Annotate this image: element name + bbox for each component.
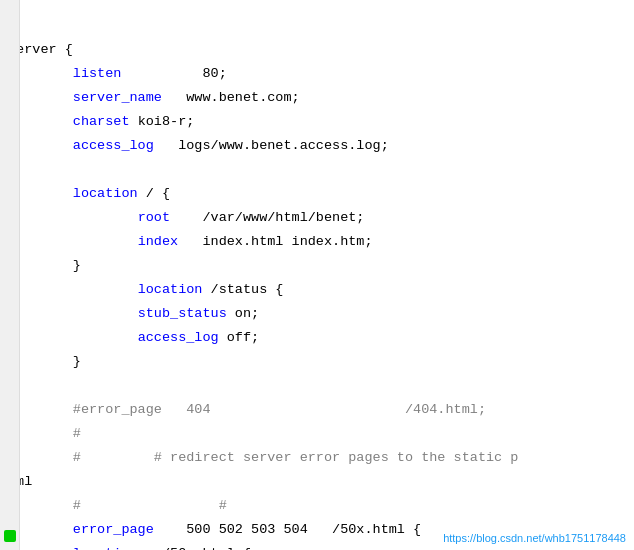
code-content-area: server { listen 80; server_name www.bene… <box>0 0 634 550</box>
green-indicator <box>4 530 16 542</box>
line-21: error_page 500 502 503 504 /50x.html { <box>8 522 421 537</box>
line-5: access_log logs/www.benet.access.log; <box>8 138 389 153</box>
line-4: charset koi8-r; <box>8 114 194 129</box>
line-8: root /var/www/html/benet; <box>8 210 364 225</box>
line-11: location /status { <box>8 282 283 297</box>
left-sidebar <box>0 0 20 550</box>
watermark: https://blog.csdn.net/whb1751178448 <box>443 532 626 544</box>
line-3: server_name www.benet.com; <box>8 90 300 105</box>
line-2: listen 80; <box>8 66 227 81</box>
line-20: # # <box>8 498 227 513</box>
line-13: access_log off; <box>8 330 259 345</box>
line-18: # # redirect server error pages to the s… <box>8 450 518 465</box>
line-16: #error_page 404 /404.html; <box>8 402 486 417</box>
code-editor: server { listen 80; server_name www.bene… <box>0 0 634 550</box>
line-9: index index.html index.htm; <box>8 234 373 249</box>
line-22: location = /50x.html { <box>8 546 251 550</box>
code-block: server { listen 80; server_name www.bene… <box>8 6 626 550</box>
line-7: location / { <box>8 186 170 201</box>
line-12: stub_status on; <box>8 306 259 321</box>
